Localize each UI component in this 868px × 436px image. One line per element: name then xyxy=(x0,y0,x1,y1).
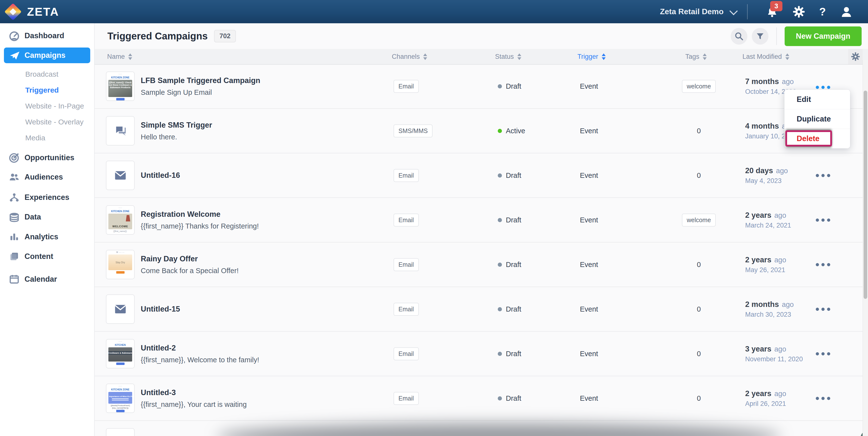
sidebar-item-label: Dashboard xyxy=(25,31,64,40)
search-button[interactable] xyxy=(731,28,747,44)
help-button[interactable]: ? xyxy=(819,6,826,18)
sidebar-item-campaigns[interactable]: Campaigns xyxy=(4,47,90,63)
trigger-label: Event xyxy=(580,216,598,224)
campaign-name[interactable]: Untitled-15 xyxy=(141,305,180,313)
table-settings-button[interactable] xyxy=(848,49,863,65)
topbar-divider xyxy=(747,4,748,19)
campaign-thumbnail xyxy=(106,428,134,436)
table-row[interactable]: Untitled-15 Email Draft Event 0 2 months… xyxy=(94,287,868,332)
user-menu-button[interactable] xyxy=(840,5,853,19)
campaign-thumbnail: ⚒ ···· ··· Stay Dry xyxy=(106,250,134,279)
campaign-name[interactable]: Simple SMS Trigger xyxy=(141,121,212,130)
context-menu-item-duplicate[interactable]: Duplicate xyxy=(784,109,850,129)
campaign-name[interactable]: Untitled-3 xyxy=(141,388,247,397)
sidebar-item-dashboard[interactable]: Dashboard xyxy=(0,28,94,43)
channel-badge: Email xyxy=(394,169,419,182)
sidebar-item-data[interactable]: Data xyxy=(0,209,94,225)
modified-date: November 11, 2020 xyxy=(745,356,803,363)
row-actions-button[interactable] xyxy=(811,242,835,287)
status-dot xyxy=(498,352,502,356)
table-row[interactable]: ····· KITCHEN Cookware & Bakeware Untitl… xyxy=(94,332,868,376)
sidebar-item-triggered[interactable]: Triggered xyxy=(0,82,94,98)
actions-divider xyxy=(776,27,777,45)
campaign-name[interactable]: Untitled-2 xyxy=(141,344,259,353)
sidebar-item-audiences[interactable]: Audiences xyxy=(0,169,94,185)
column-header-channels[interactable]: Channels xyxy=(392,49,427,64)
account-name: Zeta Retail Demo xyxy=(660,7,723,16)
table-row[interactable]: ⚒ ···· ··· Stay Dry Rainy Day Offer Come… xyxy=(94,242,868,287)
trigger-label: Event xyxy=(580,82,598,90)
sidebar-item-calendar[interactable]: Calendar xyxy=(0,272,94,287)
page-header: Triggered Campaigns 702 New Campaign xyxy=(94,23,868,49)
calendar-icon xyxy=(8,273,20,285)
table-header: Name Channels Status Trigger Tags Last M… xyxy=(94,49,868,65)
context-menu-item-delete[interactable]: Delete xyxy=(784,129,850,148)
pages-icon xyxy=(8,250,20,262)
sidebar-item-opportunities[interactable]: Opportunities xyxy=(0,150,94,165)
status-dot xyxy=(498,396,502,401)
campaign-subtitle: {{first_name}}, Welcome to the family! xyxy=(141,356,259,364)
status-label: Draft xyxy=(506,305,521,313)
campaign-thumbnail: ····· KITCHEN ZONE WELCOME {{first_name}… xyxy=(106,205,134,235)
zeta-logo[interactable]: ZETA xyxy=(7,5,59,19)
zeta-logo-text: ZETA xyxy=(27,5,59,19)
table-row[interactable]: ····· KITCHEN ZONE {{first_name}}: Check… xyxy=(94,64,868,109)
status-label: Active xyxy=(506,127,525,135)
new-campaign-button[interactable]: New Campaign xyxy=(785,27,862,46)
ellipsis-icon xyxy=(816,352,830,356)
scrollbar-track[interactable] xyxy=(863,60,868,436)
column-header-tags[interactable]: Tags xyxy=(685,49,707,64)
settings-button[interactable] xyxy=(792,5,805,19)
sidebar-item-media[interactable]: Media xyxy=(0,130,94,145)
campaign-subtitle: {{first_name}}, Your cart is waiting xyxy=(141,401,247,409)
gear-icon xyxy=(792,5,805,19)
campaign-subtitle: {{first_name}} Thanks for Registering! xyxy=(141,222,259,230)
column-header-last-modified[interactable]: Last Modified xyxy=(742,49,789,64)
column-header-name[interactable]: Name xyxy=(107,49,132,64)
row-actions-button[interactable] xyxy=(811,198,835,242)
row-actions-button[interactable] xyxy=(811,332,835,376)
table-row[interactable]: ····· KITCHEN ZONE The Importance of Mis… xyxy=(94,376,868,421)
trigger-label: Event xyxy=(580,171,598,179)
sidebar: Dashboard Campaigns Broadcast Triggered … xyxy=(0,23,95,436)
channel-badge: Email xyxy=(394,347,419,360)
row-context-menu: Edit Duplicate Delete xyxy=(784,90,850,148)
scrollbar-thumb[interactable] xyxy=(864,91,867,299)
sidebar-item-website-in-page[interactable]: Website - In-Page xyxy=(0,98,94,114)
context-menu-item-edit[interactable]: Edit xyxy=(784,90,850,109)
filter-button[interactable] xyxy=(752,28,769,44)
table-row[interactable]: Untitled-16 Email Draft Event 0 20 daysa… xyxy=(94,153,868,198)
modified-date: April 26, 2021 xyxy=(745,400,786,408)
ellipsis-icon xyxy=(816,174,830,177)
database-icon xyxy=(8,211,20,223)
notifications-button[interactable]: 3 xyxy=(766,5,778,18)
row-actions-button[interactable] xyxy=(811,376,835,420)
status-label: Draft xyxy=(506,261,521,269)
campaign-name[interactable]: Rainy Day Offer xyxy=(141,255,239,263)
row-actions-button[interactable] xyxy=(811,153,835,197)
column-header-trigger[interactable]: Trigger xyxy=(578,49,606,64)
campaign-count-badge: 702 xyxy=(214,30,236,42)
sidebar-item-experiences[interactable]: Experiences xyxy=(0,190,94,205)
status-dot xyxy=(498,84,502,89)
bar-chart-icon xyxy=(8,231,20,243)
sidebar-item-content[interactable]: Content xyxy=(0,249,94,264)
table-row[interactable]: Simple SMS Trigger Hello there. SMS/MMS … xyxy=(94,109,868,153)
row-actions-button[interactable] xyxy=(811,287,835,331)
campaign-name[interactable]: Untitled-16 xyxy=(141,171,180,180)
channel-badge: SMS/MMS xyxy=(394,125,433,137)
column-header-status[interactable]: Status xyxy=(495,49,521,64)
status-label: Draft xyxy=(506,171,521,179)
tag-badge: welcome xyxy=(682,80,716,93)
status-label: Draft xyxy=(506,350,521,358)
sidebar-item-analytics[interactable]: Analytics xyxy=(0,229,94,244)
table-row[interactable]: ····· KITCHEN ZONE WELCOME {{first_name}… xyxy=(94,198,868,242)
chat-icon xyxy=(114,125,127,137)
modified-date: March 30, 2023 xyxy=(745,311,794,318)
campaign-name[interactable]: LFB Sample Triggered Campaign xyxy=(141,76,260,85)
campaign-name[interactable]: Registration Welcome xyxy=(141,210,259,219)
sidebar-item-broadcast[interactable]: Broadcast xyxy=(0,67,94,82)
account-switcher[interactable]: Zeta Retail Demo xyxy=(660,7,736,16)
sidebar-item-website-overlay[interactable]: Website - Overlay xyxy=(0,114,94,130)
main-content: Triggered Campaigns 702 New Campaign Nam… xyxy=(94,23,868,436)
